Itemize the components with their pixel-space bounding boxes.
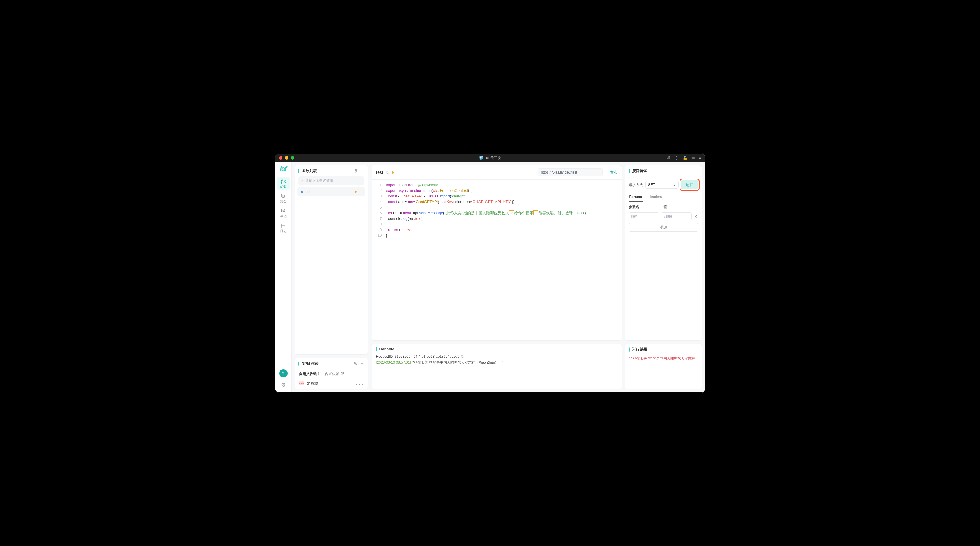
extension-icon[interactable]: ⧉ <box>692 156 695 161</box>
search-icon: ⌕ <box>301 179 304 183</box>
lock-icon[interactable]: 🔒 <box>682 156 687 160</box>
editor-filename: test <box>376 170 383 175</box>
function-item[interactable]: TS test ⋮ <box>297 188 366 196</box>
rail-functions[interactable]: ƒx函数 <box>277 177 290 190</box>
functions-title: 函数列表 <box>302 168 317 174</box>
dep-version: 5.0.8 <box>356 381 364 385</box>
window-controls <box>279 156 294 160</box>
function-name: test <box>305 190 310 194</box>
function-more-icon[interactable]: ⋮ <box>359 189 363 194</box>
param-tabs: Params Headers <box>625 193 702 202</box>
dep-name: chatgpt <box>307 381 318 385</box>
function-list: TS test ⋮ <box>295 188 368 199</box>
logo: laf <box>280 165 286 173</box>
add-dep-icon[interactable]: ＋ <box>360 361 364 366</box>
edit-icon[interactable]: ✎ <box>354 361 357 366</box>
zoom-icon[interactable] <box>291 156 294 160</box>
copy-reqid-icon[interactable]: ⧉ <box>461 355 464 358</box>
publish-button[interactable]: 发布 <box>610 170 617 175</box>
log-message: '"鸡你太美"指的是中国大陆男艺人罗志祥（Xiao Zhan）。' <box>412 360 503 365</box>
right-panel: 接口调试 请求方法 GET⌄ 运行 Params Headers 参数名 值 <box>624 162 705 392</box>
method-label: 请求方法 <box>629 182 643 188</box>
param-key-input[interactable] <box>629 212 659 220</box>
settings-toggle-icon[interactable]: ⇵ <box>667 156 671 160</box>
title-right: ⇵ ⬡ 🔒 ⧉ ≡ <box>667 156 701 161</box>
npm-card: NPM 依赖 ✎ ＋ 自定义依赖1 内置依赖25 npm chatgpt 5.0… <box>294 358 368 389</box>
line-gutter: 12345678910 <box>372 182 386 338</box>
logs-icon: ▤ <box>281 223 286 228</box>
window-title: laf 云开发 <box>485 156 501 161</box>
kv-row: ✕ <box>625 211 702 223</box>
function-url[interactable]: https://r5iall.laf.dev/test <box>538 168 603 177</box>
shield-icon[interactable]: ⬡ <box>675 156 678 160</box>
add-function-icon[interactable]: ＋ <box>360 168 364 174</box>
code-body: import cloud from '@lafjs/cloud'export a… <box>386 182 622 338</box>
npm-header: NPM 依赖 ✎ ＋ <box>295 358 368 369</box>
result-header: 运行结果 <box>629 347 698 352</box>
search-placeholder: 请输入函数名查询 <box>305 178 334 183</box>
editor-header: test ⧉ https://r5iall.laf.dev/test 发布 <box>372 165 622 180</box>
add-param-button[interactable]: 添加 <box>629 223 698 232</box>
close-icon[interactable] <box>279 156 283 160</box>
result-card: 运行结果 ""鸡你太美"指的是中国大陆男艺人罗志祥（Xiao Z <box>625 344 702 389</box>
request-id: 31553260-ff94-4fb1-b063-ae18694e02e0 <box>395 355 459 358</box>
tab-headers[interactable]: Headers <box>648 193 662 202</box>
title-center: 🧊 laf 云开发 <box>479 156 501 161</box>
console-card: Console RequestID: 31553260-ff94-4fb1-b0… <box>372 344 622 389</box>
request-id-label: RequestID: <box>376 355 395 358</box>
code-editor[interactable]: 12345678910 import cloud from '@lafjs/cl… <box>372 180 622 340</box>
copy-name-icon[interactable]: ⧉ <box>386 170 389 174</box>
result-body: ""鸡你太美"指的是中国大陆男艺人罗志祥（Xiao Z <box>629 355 698 361</box>
console-body: RequestID: 31553260-ff94-4fb1-b063-ae186… <box>376 353 617 365</box>
editor-card: test ⧉ https://r5iall.laf.dev/test 发布 12… <box>372 165 622 341</box>
sort-icon[interactable]: ♁ <box>354 169 357 173</box>
log-timestamp: [2023-03-10 08:57:01] <box>376 360 411 365</box>
rail-collections[interactable]: ⛁集合 <box>277 191 290 205</box>
avatar[interactable]: Y <box>279 369 288 377</box>
app-window: 🧊 laf 云开发 ⇵ ⬡ 🔒 ⧉ ≡ laf ƒx函数 ⛁集合 🖫存储 ▤日志… <box>275 153 705 393</box>
debug-card: 接口调试 请求方法 GET⌄ 运行 Params Headers 参数名 值 <box>625 165 702 341</box>
debug-header: 接口调试 <box>625 165 702 177</box>
minimize-icon[interactable] <box>285 156 288 160</box>
main: laf ƒx函数 ⛁集合 🖫存储 ▤日志 Y ⚙ 函数列表 ♁ ＋ ⌕ <box>275 162 705 392</box>
ts-badge: TS <box>300 190 303 193</box>
gear-icon[interactable]: ⚙ <box>281 382 286 388</box>
titlebar: 🧊 laf 云开发 ⇵ ⬡ 🔒 ⧉ ≡ <box>275 154 705 162</box>
database-icon: ⛁ <box>281 193 285 199</box>
npm-title: NPM 依赖 <box>302 361 319 366</box>
method-select[interactable]: GET⌄ <box>645 181 679 189</box>
npm-icon: npm <box>299 381 304 385</box>
center-panel: test ⧉ https://r5iall.laf.dev/test 发布 12… <box>370 162 624 392</box>
tab-builtin-deps[interactable]: 内置依赖25 <box>325 372 344 377</box>
rail-storage[interactable]: 🖫存储 <box>277 206 290 220</box>
functions-card: 函数列表 ♁ ＋ ⌕ 请输入函数名查询 TS test ⋮ <box>294 165 368 355</box>
app-icon: 🧊 <box>479 156 484 160</box>
sidebar-rail: laf ƒx函数 ⛁集合 🖫存储 ▤日志 Y ⚙ <box>275 162 292 392</box>
modified-dot-icon <box>355 191 356 193</box>
npm-tabs: 自定义依赖1 内置依赖25 <box>295 369 368 379</box>
param-value-input[interactable] <box>661 212 692 220</box>
tab-custom-deps[interactable]: 自定义依赖1 <box>299 372 320 377</box>
chevron-down-icon: ⌄ <box>673 183 676 187</box>
function-icon: ƒx <box>280 178 286 184</box>
remove-param-icon[interactable]: ✕ <box>694 214 698 219</box>
storage-icon: 🖫 <box>281 208 286 213</box>
run-button[interactable]: 运行 <box>681 180 698 189</box>
menu-icon[interactable]: ≡ <box>699 156 701 160</box>
console-header: Console <box>376 347 617 351</box>
dep-row[interactable]: npm chatgpt 5.0.8 <box>295 379 368 389</box>
run-row: 请求方法 GET⌄ 运行 <box>625 177 702 193</box>
function-search[interactable]: ⌕ 请输入函数名查询 <box>298 177 364 185</box>
functions-header: 函数列表 ♁ ＋ <box>295 165 368 177</box>
left-panel: 函数列表 ♁ ＋ ⌕ 请输入函数名查询 TS test ⋮ <box>292 162 370 392</box>
modified-indicator-icon <box>392 172 394 174</box>
kv-header: 参数名 值 <box>625 202 702 211</box>
rail-logs[interactable]: ▤日志 <box>277 221 290 235</box>
tab-params[interactable]: Params <box>629 193 643 202</box>
